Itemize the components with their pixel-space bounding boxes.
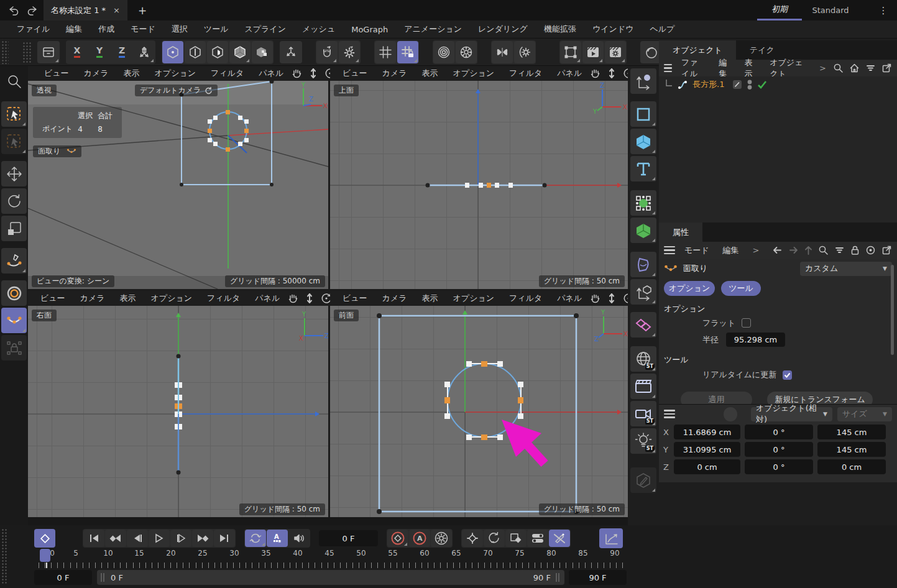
panel-menu-icon[interactable] — [664, 246, 675, 255]
flat-checkbox[interactable] — [742, 318, 751, 328]
vp-menu-options[interactable]: オプション — [147, 68, 204, 79]
timeline-drag-handle[interactable] — [1, 528, 7, 584]
lock-y-button[interactable]: Y — [89, 41, 110, 63]
coordinate-mode-ball-icon[interactable] — [724, 407, 737, 421]
tab-attributes[interactable]: 属性 — [659, 223, 702, 242]
toolbar-drag-handle2[interactable] — [22, 42, 32, 63]
timeline-scrollbar[interactable]: 0 F 90 F — [97, 570, 564, 585]
snap-magnet-icon[interactable] — [316, 41, 338, 63]
menu-mograph[interactable]: MoGraph — [343, 25, 396, 34]
subdivision-surface-icon[interactable] — [630, 190, 656, 216]
pan-hand-icon[interactable] — [589, 68, 600, 79]
viewport-perspective-canvas[interactable]: Y X Z 透視 デフォルトカメラ 選択合計 ポイント48 面取り — [28, 81, 328, 289]
current-frame-field[interactable]: 0 F — [319, 530, 378, 546]
coordinates-axis-icon[interactable] — [630, 68, 656, 94]
detach-panel-icon[interactable] — [881, 63, 892, 73]
previous-key-icon[interactable] — [105, 530, 126, 547]
chamfer-tool-icon[interactable] — [1, 308, 27, 333]
panel-menu-icon[interactable] — [664, 64, 672, 73]
filter-position-icon[interactable] — [462, 530, 483, 547]
position-y-field[interactable]: 31.0995 cm — [674, 442, 740, 457]
toolbar-drag-handle[interactable] — [1, 40, 9, 64]
rotation-h-field[interactable]: 0 ° — [745, 425, 813, 439]
playhead[interactable] — [40, 549, 50, 562]
layout-overflow-menu[interactable]: ⋮ — [874, 0, 893, 21]
menu-window[interactable]: ウインドウ — [584, 24, 642, 35]
workplane-settings-icon[interactable] — [456, 41, 477, 63]
workplane-grid-icon[interactable] — [375, 41, 396, 63]
object-row-rectangle[interactable]: 長方形.1 — [659, 76, 897, 93]
rectangle-selection-tool-icon[interactable] — [1, 129, 27, 154]
menu-select[interactable]: 選択 — [163, 24, 196, 35]
goto-end-icon[interactable] — [214, 530, 235, 547]
tool-page-button[interactable]: ツール — [721, 281, 761, 296]
search-icon[interactable] — [818, 245, 829, 255]
record-keyframe-icon[interactable] — [387, 530, 408, 547]
attribute-scrollbar[interactable] — [891, 265, 894, 355]
pan-hand-icon[interactable] — [291, 68, 302, 79]
realtime-checkbox[interactable] — [783, 370, 792, 380]
document-tab[interactable]: 名称未設定 1 * × — [44, 0, 127, 21]
vp-menu-camera[interactable]: カメラ — [375, 68, 415, 79]
live-selection-tool-icon[interactable] — [1, 101, 27, 127]
detach-panel-icon[interactable] — [881, 245, 892, 255]
vp-menu-camera[interactable]: カメラ — [76, 68, 116, 79]
scale-tool-icon[interactable] — [1, 216, 27, 241]
spline-pen-tool-icon[interactable] — [1, 248, 27, 273]
menu-mesh[interactable]: メッシュ — [294, 24, 343, 35]
radius-field[interactable]: 95.298 cm — [726, 333, 785, 347]
light-object-icon[interactable]: ST — [630, 428, 656, 454]
panel-menu-icon[interactable] — [664, 410, 675, 418]
rotation-b-field[interactable]: 0 ° — [745, 459, 813, 474]
filter-icon[interactable] — [865, 63, 876, 73]
filter-rotation-icon[interactable] — [484, 530, 505, 547]
autokey-icon[interactable]: A — [267, 530, 288, 547]
edit-toggle-icon[interactable] — [732, 80, 742, 90]
previous-frame-icon[interactable] — [127, 530, 148, 547]
dolly-zoom-icon[interactable] — [308, 68, 318, 79]
move-tool-icon[interactable] — [1, 161, 27, 186]
vp-menu-view[interactable]: ビュー — [37, 68, 76, 79]
material-edit-icon[interactable] — [630, 467, 656, 493]
instance-symmetry-icon[interactable] — [630, 312, 656, 338]
object-name[interactable]: 長方形.1 — [692, 79, 724, 90]
viewport-front-canvas[interactable]: Y X Z 前面 グリッド間隔 : 50 cm — [330, 306, 628, 517]
menu-extensions[interactable]: 機能拡張 — [536, 24, 584, 35]
dolly-zoom-icon[interactable] — [607, 68, 617, 79]
polygon-mode-icon[interactable] — [207, 41, 228, 63]
focus-target-icon[interactable] — [865, 245, 876, 255]
preset-dropdown[interactable]: カスタム ▼ — [800, 262, 892, 276]
scrollbar-right-grip[interactable] — [556, 573, 561, 582]
menu-help[interactable]: ヘルプ — [642, 24, 683, 35]
goto-start-icon[interactable] — [83, 530, 104, 547]
position-x-field[interactable]: 11.6869 cm — [674, 425, 740, 439]
rotate-tool-icon[interactable] — [1, 188, 27, 214]
attr-menu-overflow[interactable]: > — [746, 246, 766, 255]
vp-menu-filter[interactable]: フィルタ — [502, 293, 550, 304]
lock-x-button[interactable]: X — [67, 41, 88, 63]
rotation-p-field[interactable]: 0 ° — [745, 442, 813, 457]
vp-menu-panel[interactable]: パネル — [251, 68, 291, 79]
sound-toggle-icon[interactable] — [288, 530, 310, 547]
position-z-field[interactable]: 0 cm — [674, 459, 740, 474]
tools-section-header[interactable]: ツール — [659, 348, 897, 365]
menu-mode[interactable]: モード — [122, 24, 163, 35]
size-x-field[interactable]: 145 cm — [817, 425, 886, 439]
render-region-icon[interactable] — [560, 41, 581, 63]
menu-create[interactable]: 作成 — [90, 24, 122, 35]
coordinate-mode-dropdown[interactable]: オブジェクト(相対) ▼ — [751, 407, 832, 421]
dolly-zoom-icon[interactable] — [607, 293, 617, 304]
home-icon[interactable] — [849, 63, 860, 73]
menu-tools[interactable]: ツール — [196, 24, 237, 35]
search-commander-icon[interactable] — [1, 69, 27, 94]
next-key-icon[interactable] — [192, 530, 213, 547]
render-view-icon[interactable] — [582, 41, 604, 63]
vp-menu-panel[interactable]: パネル — [550, 68, 589, 79]
null-axis-icon[interactable] — [630, 279, 656, 305]
lock-icon[interactable] — [850, 245, 860, 255]
vp-menu-options[interactable]: オプション — [446, 68, 502, 79]
history-back-icon[interactable] — [772, 246, 783, 255]
autokey-record-icon[interactable]: A — [409, 530, 430, 547]
scrollbar-left-grip[interactable] — [101, 573, 106, 582]
timeline-ruler[interactable]: 0 5 10 15 20 25 30 35 40 45 50 55 60 65 … — [34, 549, 625, 563]
